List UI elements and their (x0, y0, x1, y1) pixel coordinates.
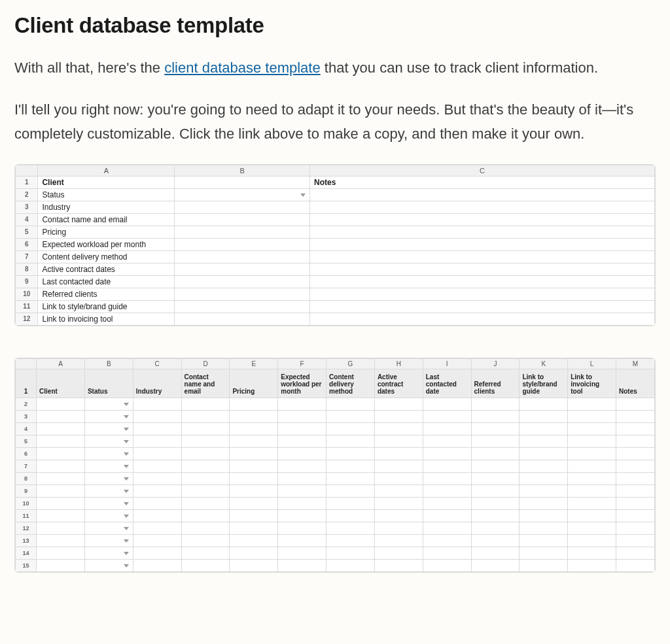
cell[interactable]: Expected workload per month (38, 238, 175, 250)
column-header[interactable]: C (133, 358, 181, 369)
cell[interactable] (616, 509, 655, 522)
cell[interactable] (326, 410, 375, 422)
cell[interactable]: Link to invoicing tool (38, 313, 175, 325)
cell[interactable] (374, 547, 423, 559)
cell[interactable] (278, 559, 326, 571)
row-number[interactable]: 14 (16, 547, 37, 559)
cell[interactable] (520, 522, 568, 534)
cell[interactable] (326, 534, 375, 547)
cell[interactable] (175, 313, 310, 325)
column-header[interactable]: C (309, 165, 654, 176)
header-cell[interactable]: Status (84, 369, 133, 398)
cell[interactable] (181, 398, 230, 410)
cell[interactable] (309, 226, 654, 238)
row-number[interactable]: 6 (16, 447, 37, 460)
cell[interactable] (37, 534, 85, 547)
cell[interactable] (520, 447, 568, 460)
cell[interactable] (423, 460, 471, 472)
cell[interactable] (37, 472, 85, 484)
header-cell[interactable]: Notes (616, 369, 655, 398)
cell[interactable] (230, 398, 278, 410)
cell[interactable] (133, 435, 181, 447)
header-cell[interactable]: Link to invoicing tool (568, 369, 616, 398)
cell[interactable]: Client (38, 176, 175, 188)
row-number[interactable]: 7 (16, 460, 37, 472)
cell[interactable] (616, 460, 655, 472)
cell[interactable] (326, 398, 375, 410)
cell[interactable] (423, 472, 471, 484)
column-header[interactable]: A (37, 358, 85, 369)
cell[interactable] (181, 447, 230, 460)
cell[interactable] (520, 534, 568, 547)
cell[interactable] (309, 213, 654, 226)
cell[interactable] (616, 559, 655, 571)
cell[interactable] (374, 398, 423, 410)
cell[interactable] (175, 176, 310, 188)
cell[interactable] (616, 410, 655, 422)
dropdown-cell[interactable] (84, 435, 133, 447)
cell[interactable] (568, 522, 616, 534)
cell[interactable] (175, 263, 310, 275)
cell[interactable] (230, 460, 278, 472)
cell[interactable] (230, 547, 278, 559)
cell[interactable] (230, 472, 278, 484)
cell[interactable] (568, 497, 616, 509)
cell[interactable] (616, 547, 655, 559)
cell[interactable] (616, 447, 655, 460)
cell[interactable] (568, 460, 616, 472)
row-number[interactable]: 6 (16, 238, 38, 250)
cell[interactable] (520, 422, 568, 435)
column-header[interactable]: K (520, 358, 568, 369)
dropdown-cell[interactable] (84, 447, 133, 460)
cell[interactable] (37, 559, 85, 571)
cell[interactable] (181, 435, 230, 447)
cell[interactable] (133, 534, 181, 547)
row-number[interactable]: 4 (16, 422, 37, 435)
cell[interactable] (37, 509, 85, 522)
cell[interactable] (309, 288, 654, 300)
cell[interactable] (423, 522, 471, 534)
row-number[interactable]: 15 (16, 559, 37, 571)
cell[interactable] (133, 472, 181, 484)
cell[interactable] (616, 398, 655, 410)
cell[interactable]: Status (38, 188, 175, 201)
cell[interactable] (520, 547, 568, 559)
cell[interactable] (326, 547, 375, 559)
column-header[interactable]: E (230, 358, 278, 369)
cell[interactable] (374, 484, 423, 497)
column-header[interactable]: F (278, 358, 326, 369)
header-cell[interactable]: Link to style/brand guide (520, 369, 568, 398)
cell[interactable]: Content delivery method (38, 250, 175, 263)
column-header[interactable]: L (568, 358, 616, 369)
cell[interactable] (278, 398, 326, 410)
row-number[interactable]: 7 (16, 250, 38, 263)
dropdown-cell[interactable] (84, 422, 133, 435)
cell[interactable] (175, 226, 310, 238)
cell[interactable] (520, 559, 568, 571)
cell[interactable] (37, 460, 85, 472)
dropdown-cell[interactable] (84, 497, 133, 509)
row-number[interactable]: 5 (16, 435, 37, 447)
template-link[interactable]: client database template (164, 59, 321, 76)
cell[interactable] (471, 547, 520, 559)
cell[interactable] (374, 447, 423, 460)
cell[interactable] (471, 534, 520, 547)
cell[interactable] (278, 547, 326, 559)
cell[interactable] (374, 422, 423, 435)
cell[interactable] (278, 435, 326, 447)
header-cell[interactable]: Contact name and email (181, 369, 230, 398)
dropdown-cell[interactable] (84, 460, 133, 472)
cell[interactable] (616, 435, 655, 447)
cell[interactable] (423, 534, 471, 547)
cell[interactable] (423, 447, 471, 460)
row-number[interactable]: 8 (16, 472, 37, 484)
cell[interactable] (37, 497, 85, 509)
cell[interactable] (471, 509, 520, 522)
cell[interactable] (616, 472, 655, 484)
cell[interactable] (568, 422, 616, 435)
cell[interactable] (133, 410, 181, 422)
cell[interactable] (423, 509, 471, 522)
column-header[interactable]: D (181, 358, 230, 369)
cell[interactable] (471, 472, 520, 484)
cell[interactable] (616, 497, 655, 509)
